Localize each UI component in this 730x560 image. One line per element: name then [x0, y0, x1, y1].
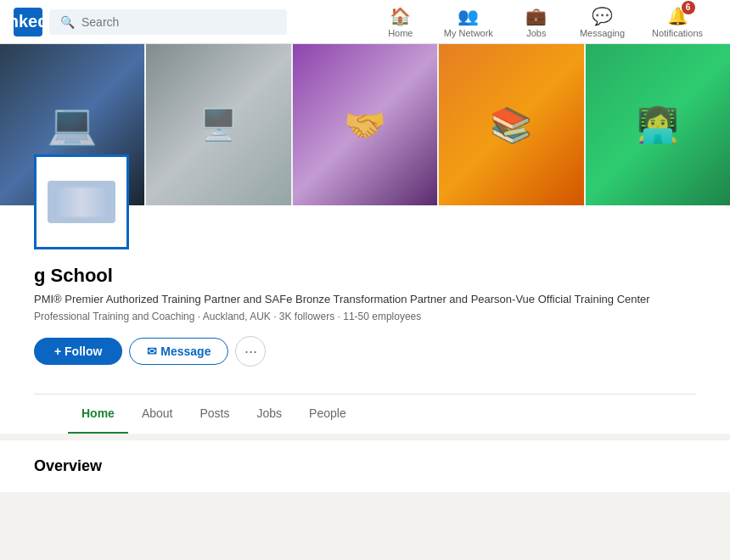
more-options-button[interactable]: ···: [235, 336, 266, 367]
nav-item-messaging[interactable]: 💬 Messaging: [566, 3, 638, 42]
company-tagline: PMI® Premier Authorized Training Partner…: [34, 292, 696, 307]
blurred-logo: [56, 188, 107, 217]
banner-photo-3: [293, 44, 437, 205]
nav-item-home[interactable]: 🏠 Home: [371, 3, 430, 42]
nav-label-messaging: Messaging: [580, 28, 625, 38]
profile-info: g School PMI® Premier Authorized Trainin…: [34, 205, 696, 380]
nav-item-notifications[interactable]: 🔔 6 Notifications: [638, 3, 716, 42]
notifications-badge: 6: [682, 1, 695, 14]
nav-label-home: Home: [388, 28, 413, 38]
nav-label-jobs: Jobs: [526, 28, 546, 38]
linkedin-logo[interactable]: LinkedIn: [14, 8, 42, 36]
nav-item-jobs[interactable]: 💼 Jobs: [507, 3, 566, 42]
banner-photo-2: [146, 44, 290, 205]
ellipsis-icon: ···: [244, 343, 257, 361]
company-logo-inner: [48, 181, 115, 223]
banner-photo-5: [586, 44, 730, 205]
follow-button[interactable]: + Follow: [34, 338, 122, 365]
tab-home[interactable]: Home: [68, 395, 128, 434]
overview-section: Overview: [0, 440, 730, 492]
main-content: g School PMI® Premier Authorized Trainin…: [0, 44, 730, 492]
tab-posts[interactable]: Posts: [187, 395, 244, 434]
company-logo-wrapper: [34, 154, 129, 249]
search-input[interactable]: [81, 15, 276, 29]
banner-photo-4: [439, 44, 583, 205]
jobs-icon: 💼: [525, 6, 547, 26]
home-icon: 🏠: [390, 6, 411, 26]
tab-people[interactable]: People: [295, 395, 360, 434]
tab-about[interactable]: About: [128, 395, 187, 434]
overview-title: Overview: [34, 457, 696, 475]
notifications-icon: 🔔 6: [667, 6, 688, 26]
nav-item-network[interactable]: 👥 My Network: [430, 3, 507, 42]
network-icon: 👥: [458, 6, 479, 26]
company-logo: [34, 154, 129, 249]
navbar: LinkedIn 🔍 🏠 Home 👥 My Network 💼 Jobs 💬 …: [0, 0, 730, 44]
company-meta: Professional Training and Coaching · Auc…: [34, 311, 696, 322]
search-icon: 🔍: [60, 15, 75, 29]
tabs-bar: Home About Posts Jobs People: [34, 394, 696, 434]
nav-items: 🏠 Home 👥 My Network 💼 Jobs 💬 Messaging 🔔…: [371, 3, 716, 42]
message-button[interactable]: ✉ Message: [129, 338, 228, 365]
nav-label-notifications: Notifications: [652, 28, 703, 38]
search-bar: 🔍: [49, 9, 287, 35]
nav-label-network: My Network: [444, 28, 493, 38]
messaging-icon: 💬: [592, 6, 613, 26]
tab-jobs[interactable]: Jobs: [244, 395, 296, 434]
profile-section: g School PMI® Premier Authorized Trainin…: [0, 205, 730, 434]
company-name: g School: [34, 265, 696, 287]
action-buttons: + Follow ✉ Message ···: [34, 336, 696, 367]
